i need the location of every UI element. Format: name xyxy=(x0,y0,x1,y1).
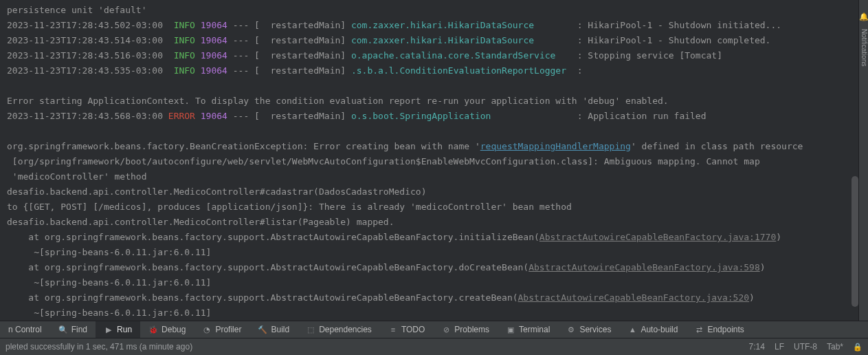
log-blank xyxy=(7,78,868,94)
stacktrace-line: at org.springframework.beans.factory.sup… xyxy=(7,230,868,245)
search-icon: 🔍 xyxy=(58,325,68,334)
indent-indicator[interactable]: Tab* xyxy=(827,339,843,354)
log-line: 2023-11-23T17:28:43.514-03:00 INFO 19064… xyxy=(7,33,868,48)
log-line: persistence unit 'default' xyxy=(7,3,868,18)
scrollbar-thumb[interactable] xyxy=(852,176,858,307)
log-line: 2023-11-23T17:28:43.502-03:00 INFO 19064… xyxy=(7,18,868,33)
tab-find[interactable]: 🔍Find xyxy=(50,321,96,338)
source-link[interactable]: AbstractAutowireCapableBeanFactory.java:… xyxy=(518,292,750,303)
tab-profiler[interactable]: ◔Profiler xyxy=(194,321,249,338)
exception-line: desafio.backend.api.controller.MedicoCon… xyxy=(7,184,868,200)
right-stripe: 🔔 Notifications xyxy=(858,0,868,321)
tab-endpoints[interactable]: ⇄Endpoints xyxy=(686,321,752,338)
autobuild-icon: ▲ xyxy=(627,325,637,334)
console-output[interactable]: persistence unit 'default' 2023-11-23T17… xyxy=(0,0,868,321)
stacktrace-line: at org.springframework.beans.factory.sup… xyxy=(7,260,868,275)
list-icon: ≡ xyxy=(388,325,398,334)
line-separator[interactable]: LF xyxy=(775,339,784,354)
notifications-icon[interactable]: 🔔 xyxy=(859,10,869,25)
tab-debug[interactable]: 🐞Debug xyxy=(140,321,194,338)
log-error-summary: Error starting ApplicationContext. To di… xyxy=(7,94,868,109)
tab-todo[interactable]: ≡TODO xyxy=(380,321,433,338)
stacktrace-line: ~[spring-beans-6.0.11.jar:6.0.11] xyxy=(7,245,868,260)
bean-link[interactable]: requestMappingHandlerMapping xyxy=(480,141,631,151)
terminal-icon: ▣ xyxy=(506,325,515,334)
stacktrace-line: ~[spring-beans-6.0.11.jar:6.0.11] xyxy=(7,275,868,290)
status-message: pleted successfully in 1 sec, 471 ms (a … xyxy=(5,339,192,354)
tab-dependencies[interactable]: ⬚Dependencies xyxy=(298,321,380,338)
play-icon: ▶ xyxy=(104,325,113,334)
tool-window-bar: n Control 🔍Find ▶Run 🐞Debug ◔Profiler 🔨B… xyxy=(0,321,868,338)
source-link[interactable]: AbstractAutowireCapableBeanFactory.java:… xyxy=(528,262,760,272)
hammer-icon: 🔨 xyxy=(258,325,267,334)
package-icon: ⬚ xyxy=(306,325,315,334)
log-line: 2023-11-23T17:28:43.535-03:00 INFO 19064… xyxy=(7,63,868,78)
services-icon: ⚙ xyxy=(566,325,576,334)
gauge-icon: ◔ xyxy=(202,325,212,334)
endpoints-icon: ⇄ xyxy=(694,325,704,334)
bug-icon: 🐞 xyxy=(148,325,158,334)
exception-line: to {[GET, POST] [/medicos], produces [ap… xyxy=(7,200,868,215)
stacktrace-line: at org.springframework.beans.factory.sup… xyxy=(7,290,868,305)
log-blank xyxy=(7,124,868,139)
exception-line: org.springframework.beans.factory.BeanCr… xyxy=(7,139,868,154)
exception-line: 'medicoController' method xyxy=(7,169,868,184)
exception-line: [org/springframework/boot/autoconfigure/… xyxy=(7,154,868,169)
notifications-label[interactable]: Notifications xyxy=(856,29,869,66)
tab-problems[interactable]: ⊘Problems xyxy=(433,321,498,338)
tab-autobuild[interactable]: ▲Auto-build xyxy=(619,321,686,338)
tab-run[interactable]: ▶Run xyxy=(96,321,140,338)
exception-line: desafio.backend.api.controller.MedicoCon… xyxy=(7,215,868,230)
log-line: 2023-11-23T17:28:43.516-03:00 INFO 19064… xyxy=(7,48,868,63)
status-bar: pleted successfully in 1 sec, 471 ms (a … xyxy=(0,338,868,355)
source-link[interactable]: AbstractAutowireCapableBeanFactory.java:… xyxy=(539,232,776,242)
tab-build[interactable]: 🔨Build xyxy=(249,321,298,338)
tab-terminal[interactable]: ▣Terminal xyxy=(498,321,558,338)
stacktrace-line: ~[spring-beans-6.0.11.jar:6.0.11] xyxy=(7,305,868,321)
warning-icon: ⊘ xyxy=(441,325,451,334)
tab-version-control[interactable]: n Control xyxy=(0,321,50,338)
file-encoding[interactable]: UTF-8 xyxy=(794,339,817,354)
log-line: 2023-11-23T17:28:43.568-03:00 ERROR 1906… xyxy=(7,109,868,124)
tab-services[interactable]: ⚙Services xyxy=(558,321,619,338)
lock-icon[interactable]: 🔒 xyxy=(853,339,863,354)
cursor-position[interactable]: 7:14 xyxy=(749,339,765,354)
